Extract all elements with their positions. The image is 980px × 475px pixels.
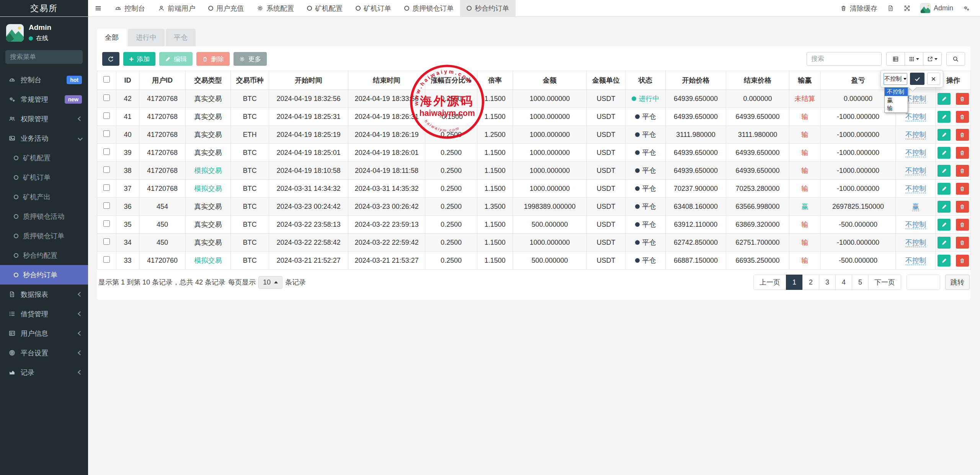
topnav-item-second-contract-orders[interactable]: 秒合约订单 [460, 0, 516, 16]
select-all-checkbox[interactable] [103, 76, 110, 83]
page-button-4[interactable]: 4 [835, 275, 852, 290]
row-checkbox[interactable] [103, 220, 110, 227]
sidebar-item-platform-settings[interactable]: 平台设置 [0, 343, 88, 363]
row-edit-button[interactable] [938, 165, 951, 177]
topnav-item-system-config[interactable]: 系统配置 [250, 0, 301, 16]
row-delete-button[interactable] [956, 201, 969, 213]
row-checkbox[interactable] [103, 238, 110, 245]
page-button-5[interactable]: 5 [852, 275, 869, 290]
row-edit-button[interactable] [938, 237, 951, 249]
tab-closed[interactable]: 平仓 [166, 29, 196, 46]
row-edit-button[interactable] [938, 219, 951, 231]
row-delete-button[interactable] [956, 237, 969, 249]
delete-button[interactable]: 删除 [196, 52, 230, 66]
row-checkbox[interactable] [103, 94, 110, 101]
edit-button[interactable]: 编辑 [159, 52, 193, 66]
option-win[interactable]: 赢 [885, 96, 908, 104]
control-select[interactable]: 不控制 [884, 73, 907, 85]
row-checkbox[interactable] [103, 256, 110, 263]
control-link[interactable]: 不控制 [905, 257, 926, 265]
control-link[interactable]: 赢 [912, 203, 919, 211]
prev-page-button[interactable]: 上一页 [753, 275, 786, 290]
topnav-item-user-recharge[interactable]: 用户充值 [202, 0, 250, 16]
control-link[interactable]: 不控制 [905, 221, 926, 229]
sidebar-subitem[interactable]: 秒合约订单 [0, 265, 88, 285]
row-delete-button[interactable] [956, 255, 969, 267]
hamburger-icon[interactable] [88, 0, 108, 16]
cancel-button[interactable] [927, 73, 940, 85]
sidebar-item-loan-management[interactable]: 借贷管理 [0, 304, 88, 324]
row-checkbox[interactable] [103, 112, 110, 119]
next-page-button[interactable]: 下一页 [868, 275, 901, 290]
refresh-button[interactable] [102, 52, 119, 66]
sidebar-subitem[interactable]: 质押锁仓订单 [0, 226, 88, 246]
row-delete-button[interactable] [956, 111, 969, 123]
sidebar-item-data-reports[interactable]: 数据报表 [0, 285, 88, 304]
row-checkbox[interactable] [103, 202, 110, 209]
row-edit-button[interactable] [938, 93, 951, 105]
row-edit-button[interactable] [938, 183, 951, 195]
sidebar-subitem[interactable]: 矿机订单 [0, 168, 88, 187]
sidebar-item-business-activities[interactable]: 业务活动 [0, 129, 88, 148]
row-checkbox[interactable] [103, 130, 110, 137]
table-search-input[interactable] [807, 52, 882, 66]
clear-cache-button[interactable]: 清除缓存 [835, 0, 882, 16]
control-link[interactable]: 不控制 [905, 95, 926, 103]
toggle-view-button[interactable] [886, 52, 905, 66]
row-edit-button[interactable] [938, 201, 951, 213]
sidebar-subitem[interactable]: 质押锁仓活动 [0, 207, 88, 226]
tab-in-progress[interactable]: 进行中 [128, 29, 165, 46]
control-link[interactable]: 不控制 [905, 239, 926, 247]
topnav-item-frontend-users[interactable]: 前端用户 [152, 0, 202, 16]
page-button-2[interactable]: 2 [802, 275, 819, 290]
fullscreen-icon[interactable] [899, 0, 915, 16]
row-edit-button[interactable] [938, 255, 951, 267]
topnav-item-miner-orders[interactable]: 矿机订单 [349, 0, 398, 16]
page-button-3[interactable]: 3 [819, 275, 836, 290]
sidebar-item-records[interactable]: 记录 [0, 363, 88, 382]
topnav-item-miner-config[interactable]: 矿机配置 [301, 0, 349, 16]
control-link[interactable]: 不控制 [905, 185, 926, 193]
jump-button[interactable]: 跳转 [945, 275, 970, 290]
sidebar-subitem[interactable]: 矿机配置 [0, 148, 88, 168]
row-delete-button[interactable] [956, 183, 969, 195]
document-icon[interactable] [882, 0, 899, 16]
sidebar-search-input[interactable] [10, 53, 95, 61]
sidebar-item-general-management[interactable]: 常规管理 new [0, 89, 88, 109]
row-delete-button[interactable] [956, 165, 969, 177]
user-menu[interactable]: Admin [915, 0, 958, 16]
sidebar-item-dashboard[interactable]: 控制台 hot [0, 70, 88, 89]
row-edit-button[interactable] [938, 111, 951, 123]
row-edit-button[interactable] [938, 147, 951, 159]
tab-all[interactable]: 全部 [97, 29, 127, 46]
sidebar-subitem[interactable]: 矿机产出 [0, 187, 88, 207]
row-checkbox[interactable] [103, 148, 110, 155]
more-button[interactable]: 更多 [234, 52, 267, 66]
row-delete-button[interactable] [956, 147, 969, 159]
control-link[interactable]: 不控制 [905, 131, 926, 139]
control-link[interactable]: 不控制 [905, 149, 926, 157]
row-edit-button[interactable] [938, 129, 951, 141]
add-button[interactable]: + 添加 [123, 52, 155, 66]
row-delete-button[interactable] [956, 129, 969, 141]
option-lose[interactable]: 输 [885, 104, 908, 112]
page-size-dropdown[interactable]: 10 [258, 276, 283, 289]
sidebar-item-permissions[interactable]: 权限管理 [0, 109, 88, 129]
row-delete-button[interactable] [956, 93, 969, 105]
sidebar-subitem[interactable]: 秒合约配置 [0, 246, 88, 265]
option-no-control[interactable]: 不控制 [885, 88, 908, 96]
columns-button[interactable] [905, 52, 923, 66]
row-checkbox[interactable] [103, 184, 110, 191]
control-link[interactable]: 不控制 [905, 113, 926, 121]
page-button-1[interactable]: 1 [786, 275, 803, 290]
settings-cogs-icon[interactable] [958, 0, 975, 16]
export-button[interactable] [923, 52, 942, 66]
advanced-search-button[interactable] [946, 52, 965, 66]
sidebar-item-user-info[interactable]: 用户信息 [0, 324, 88, 343]
row-delete-button[interactable] [956, 219, 969, 231]
confirm-button[interactable] [910, 73, 924, 85]
topnav-item-dashboard[interactable]: 控制台 [108, 0, 152, 16]
topnav-item-pledge-orders[interactable]: 质押锁仓订单 [398, 0, 460, 16]
jump-page-input[interactable] [906, 275, 940, 290]
control-link[interactable]: 不控制 [905, 167, 926, 175]
